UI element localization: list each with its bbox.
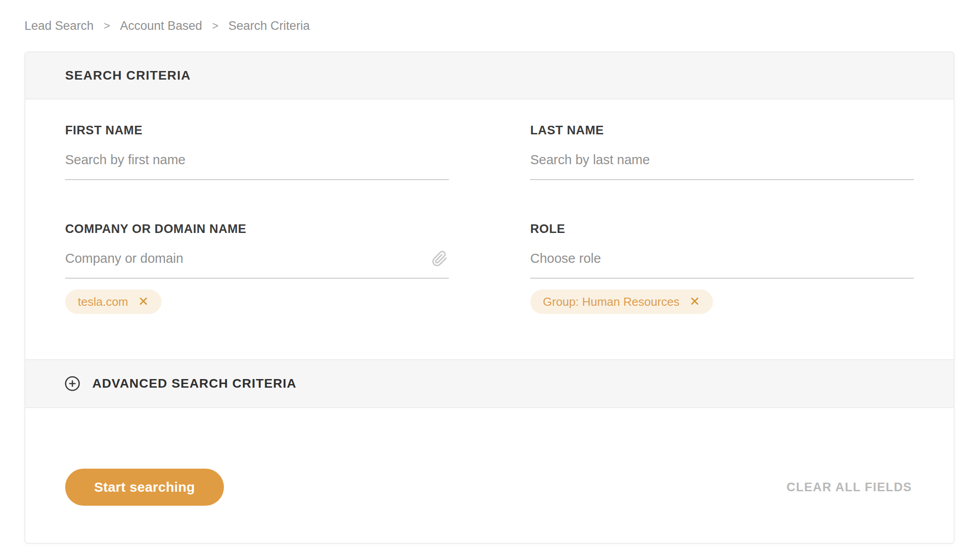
breadcrumb-item-lead-search[interactable]: Lead Search — [24, 18, 94, 33]
first-name-input-row — [65, 149, 449, 180]
panel-title: SEARCH CRITERIA — [65, 68, 191, 83]
breadcrumb: Lead Search > Account Based > Search Cri… — [24, 18, 979, 33]
first-name-label: FIRST NAME — [65, 123, 449, 138]
breadcrumb-item-account-based[interactable]: Account Based — [120, 18, 202, 33]
panel-footer: Start searching CLEAR ALL FIELDS — [25, 408, 954, 506]
breadcrumb-item-search-criteria[interactable]: Search Criteria — [228, 18, 310, 33]
chip-label: Group: Human Resources — [543, 295, 680, 309]
remove-chip-icon[interactable]: ✕ — [138, 295, 148, 308]
chevron-right-icon: > — [212, 18, 219, 33]
company-input[interactable] — [65, 248, 449, 279]
plus-circle-icon — [64, 375, 81, 392]
chip-label: tesla.com — [78, 295, 128, 309]
advanced-search-label: ADVANCED SEARCH CRITERIA — [92, 376, 296, 391]
last-name-input-row — [530, 149, 914, 180]
first-name-input[interactable] — [65, 149, 449, 180]
role-label: ROLE — [530, 222, 914, 236]
field-company-or-domain: COMPANY OR DOMAIN NAME tesla.com ✕ — [65, 222, 449, 314]
field-role: ROLE Group: Human Resources ✕ — [530, 222, 914, 314]
paperclip-icon[interactable] — [432, 251, 448, 267]
company-chips: tesla.com ✕ — [65, 289, 449, 314]
company-label: COMPANY OR DOMAIN NAME — [65, 222, 449, 236]
field-last-name: LAST NAME — [530, 123, 914, 180]
chip-group-human-resources: Group: Human Resources ✕ — [530, 289, 713, 314]
chip-tesla-com: tesla.com ✕ — [65, 289, 162, 314]
clear-all-fields-button[interactable]: CLEAR ALL FIELDS — [787, 480, 912, 494]
last-name-input[interactable] — [530, 149, 914, 180]
search-criteria-panel: SEARCH CRITERIA FIRST NAME LAST NAME COM… — [24, 52, 955, 544]
chevron-right-icon: > — [104, 18, 110, 33]
fields-grid: FIRST NAME LAST NAME COMPANY OR DOMAIN N… — [25, 100, 954, 314]
advanced-search-toggle[interactable]: ADVANCED SEARCH CRITERIA — [25, 359, 954, 408]
remove-chip-icon[interactable]: ✕ — [689, 295, 700, 308]
field-first-name: FIRST NAME — [65, 123, 449, 180]
role-chips: Group: Human Resources ✕ — [530, 289, 914, 314]
role-input[interactable] — [530, 248, 914, 279]
company-input-row — [65, 248, 449, 279]
role-input-row — [530, 248, 914, 279]
start-searching-button[interactable]: Start searching — [65, 469, 224, 506]
last-name-label: LAST NAME — [530, 123, 914, 138]
panel-header: SEARCH CRITERIA — [25, 52, 954, 100]
